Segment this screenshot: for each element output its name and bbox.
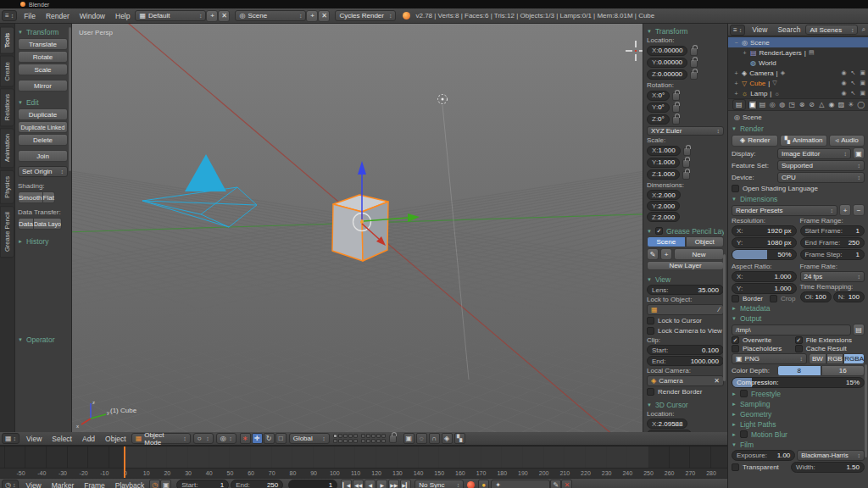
tab-relations[interactable]: Relations <box>0 88 14 126</box>
menu-frame[interactable]: Frame <box>79 481 110 488</box>
panel-header-transform[interactable]: ▼Transform <box>647 26 724 36</box>
lock-icon[interactable] <box>682 159 690 168</box>
lock-object-field[interactable]: ▦∕ <box>647 304 724 315</box>
tab-animation[interactable]: Animation <box>0 128 14 168</box>
properties-tab-constraints[interactable]: ⊗ <box>798 100 807 110</box>
device-dropdown[interactable]: CPU↕ <box>777 172 865 183</box>
number-field-y-[interactable]: Y:0.00000 <box>647 58 687 68</box>
resolution-percent-slider[interactable]: 50% <box>732 249 797 260</box>
local-camera-field[interactable]: ◈Camera✕ <box>647 375 724 386</box>
end-frame-field[interactable]: End Frame:250 <box>800 237 865 248</box>
eyedropper-icon[interactable]: ∕ <box>719 306 720 313</box>
number-field-y-[interactable]: Y:0° <box>647 103 670 113</box>
properties-tab-scene[interactable]: ◎ <box>768 100 777 110</box>
editor-type-button[interactable]: ◷↕ <box>2 480 19 488</box>
panel-header-view[interactable]: ▼View <box>647 274 724 284</box>
selectable-icon[interactable]: ↖ <box>851 69 856 76</box>
outliner-scope-dropdown[interactable]: All Scenes↕ <box>805 25 858 35</box>
mode-dropdown[interactable]: ▦Object Mode↕ <box>131 433 191 444</box>
folder-browse-icon[interactable]: ▤ <box>853 324 865 336</box>
layer-dot[interactable] <box>353 434 358 438</box>
expand-icon[interactable]: + <box>733 80 739 86</box>
file-format-dropdown[interactable]: ▣PNG↕ <box>732 353 807 364</box>
eye-icon[interactable]: ◉ <box>841 69 846 76</box>
menu-render[interactable]: Render <box>41 12 75 20</box>
outliner-item-lamp[interactable]: +☼Lamp|☼◉↖▣ <box>728 88 868 98</box>
editor-type-button[interactable]: ≡↕ <box>2 10 17 21</box>
sync-dropdown[interactable]: No Sync↕ <box>415 480 464 488</box>
resolution-y-field[interactable]: Y:1080 px <box>732 237 797 248</box>
panel-header-history[interactable]: ►History <box>18 236 68 246</box>
playhead[interactable] <box>124 446 125 478</box>
panel-header-sampling[interactable]: ►Sampling <box>732 399 865 408</box>
freestyle-checkbox[interactable] <box>740 390 748 397</box>
start-frame-field[interactable]: Start Frame:1 <box>800 225 865 236</box>
outliner-item-world[interactable]: ◍World <box>728 58 868 68</box>
number-field-y-[interactable]: Y:2.000 <box>647 201 680 211</box>
add-scene-button[interactable]: + <box>306 10 318 22</box>
remap-new-field[interactable]: N:100 <box>833 291 865 302</box>
outliner-item-scene[interactable]: −◎Scene <box>728 37 868 47</box>
osl-checkbox[interactable] <box>732 185 739 192</box>
number-field-y-[interactable]: Y:1.000 <box>647 158 680 168</box>
render-engine-selector[interactable]: Cycles Render↕ <box>335 10 396 21</box>
layer-dot[interactable] <box>376 434 381 438</box>
layer-dot[interactable] <box>333 434 337 438</box>
cache-result-checkbox[interactable] <box>795 345 803 352</box>
expand-icon[interactable]: + <box>742 50 748 56</box>
snap-icon[interactable]: ∩ <box>429 433 440 444</box>
properties-tab-physics[interactable]: ◯ <box>856 100 865 110</box>
crop-checkbox[interactable] <box>770 295 777 302</box>
properties-scrollbar[interactable] <box>865 364 867 458</box>
scale-manipulator-icon[interactable]: □ <box>275 433 287 444</box>
rotate-manipulator-icon[interactable]: ↻ <box>264 433 275 444</box>
motion-blur-checkbox[interactable] <box>740 430 748 438</box>
number-field-z-[interactable]: Z:0.00000 <box>647 69 687 80</box>
panel-header-motion-blur[interactable]: ►Motion Blur <box>732 430 865 439</box>
lock-time-icon[interactable]: ▣ <box>160 480 171 488</box>
expand-icon[interactable]: − <box>733 40 739 46</box>
layer-dot[interactable] <box>366 434 370 438</box>
prev-keyframe-button[interactable]: ◀◀ <box>353 480 364 488</box>
record-button[interactable] <box>467 481 475 488</box>
tab-physics[interactable]: Physics <box>0 170 14 204</box>
lock-icon[interactable] <box>672 104 680 113</box>
cube-object[interactable] <box>332 195 388 261</box>
render-toggle-icon[interactable]: ▣ <box>860 69 865 76</box>
layer-dot[interactable] <box>361 439 365 443</box>
lamp-object[interactable] <box>438 95 448 104</box>
display-extra-button[interactable]: ▣ <box>853 147 865 159</box>
lock-layers-icon[interactable] <box>389 435 397 443</box>
screen-layout-selector[interactable]: ▦Default↕ <box>135 10 206 21</box>
properties-tab-data[interactable]: △ <box>817 100 826 110</box>
lock-icon[interactable] <box>672 116 680 125</box>
file-extensions-checkbox[interactable]: ✓ <box>795 336 803 344</box>
lock-cursor-checkbox[interactable] <box>647 317 654 324</box>
number-field-x-[interactable]: X:0.00000 <box>647 46 687 56</box>
duplicate-linked-button[interactable]: Duplicate Linked <box>18 121 68 133</box>
render-opengl-anim-icon[interactable]: ▚ <box>454 433 465 444</box>
use-preview-range-icon[interactable]: ◷ <box>149 480 160 488</box>
panel-header-metadata[interactable]: ►Metadata <box>732 303 865 313</box>
exposure-field[interactable]: Exposure:1.00 <box>732 450 795 461</box>
duplicate-button[interactable]: Duplicate <box>18 108 68 120</box>
filter-width-field[interactable]: Width:1.50 <box>791 462 865 473</box>
delete-keyframe-icon[interactable]: ✕ <box>561 480 572 488</box>
rgb-button[interactable]: RGB <box>826 353 844 364</box>
number-field-x-[interactable]: X:2.000 <box>647 190 681 200</box>
layer-dot[interactable] <box>381 439 386 443</box>
bw-button[interactable]: BW <box>809 353 826 364</box>
menu-object[interactable]: Object <box>100 435 131 443</box>
layer-dot[interactable] <box>338 439 342 443</box>
insert-keyframe-icon[interactable]: ✎ <box>550 480 561 488</box>
number-field-z-[interactable]: Z:1.000 <box>647 169 680 180</box>
properties-tab-particles[interactable]: ✳ <box>847 100 856 110</box>
depth-16-button[interactable]: 16 <box>821 365 865 376</box>
render-button[interactable]: ◈Render <box>732 135 778 147</box>
pivot-point-dropdown[interactable]: ◎↕ <box>216 433 236 444</box>
properties-tab-object[interactable]: ◳ <box>787 100 797 110</box>
layer-dot[interactable] <box>353 439 358 443</box>
panel-header-output[interactable]: ▼Output <box>732 313 865 323</box>
timeline-ruler[interactable]: -50-40-30-20-100102030405060708090100110… <box>0 468 727 478</box>
keying-set-field[interactable]: ✦ <box>491 480 550 488</box>
